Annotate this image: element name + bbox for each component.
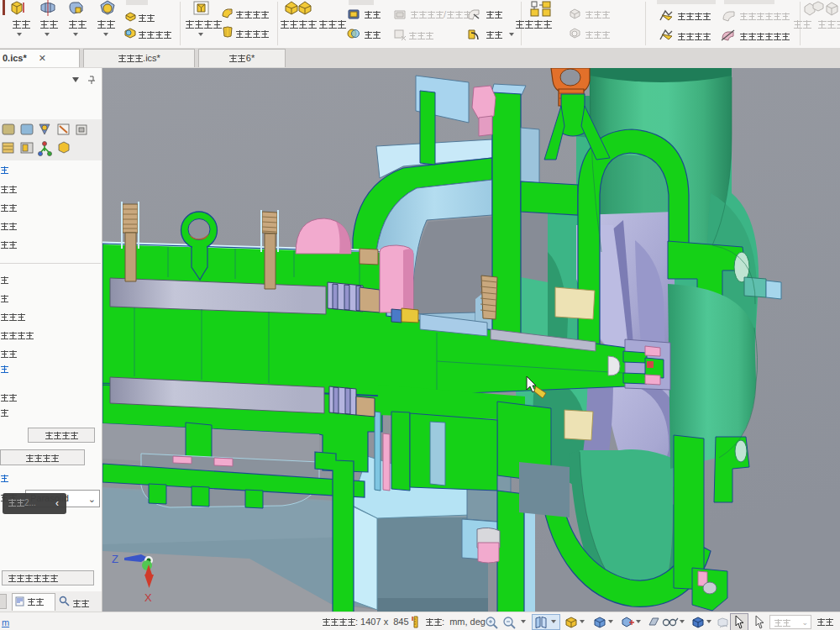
svg-text:X: X xyxy=(144,591,152,604)
svg-text:Z: Z xyxy=(112,553,118,565)
